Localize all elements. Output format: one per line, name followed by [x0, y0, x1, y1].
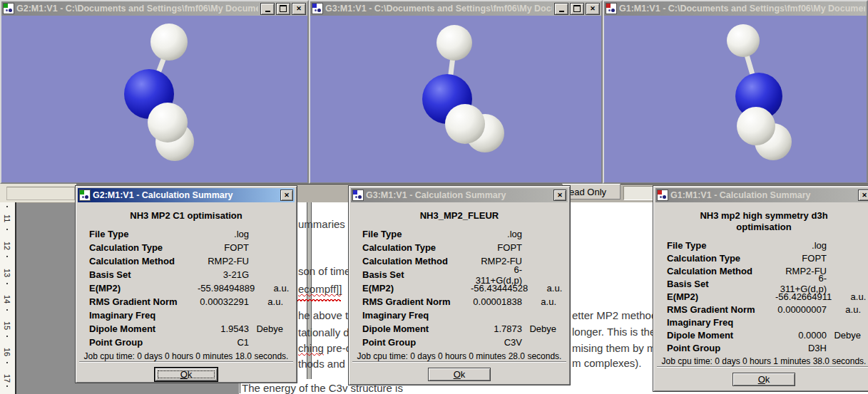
hydrogen-atom [436, 25, 472, 61]
ruler-number: 12 [3, 242, 11, 252]
row-value: .log [198, 229, 249, 239]
ruler-tick [6, 362, 8, 363]
row-value: -56.42664911 [775, 291, 832, 302]
viewer-g2-titlebar[interactable]: G2:M1:V1 - C:\Documents and Settings\fmf… [1, 1, 307, 16]
close-button[interactable]: ✕ [292, 3, 306, 15]
row-label: Point Group [89, 337, 198, 348]
row-value: 0.00000007 [775, 304, 827, 315]
row-unit: a.u. [249, 296, 283, 307]
row-value: 1.9543 [198, 323, 249, 334]
minimize-button[interactable] [554, 3, 568, 15]
close-button[interactable]: ✕ [586, 3, 600, 15]
dialog-titlebar[interactable]: G2:M1:V1 - Calculation Summary ✕ [78, 188, 295, 202]
summary-row: RMS Gradient Norm0.00001838a.u. [351, 295, 568, 309]
row-value: 1.7873 [471, 323, 522, 334]
molecule-viewport[interactable] [604, 16, 867, 182]
gaussview-app-icon [312, 3, 323, 14]
dialog-title: G3:M1:V1 - Calculation Summary [366, 190, 551, 200]
nh3-molecule [310, 16, 601, 182]
ok-button[interactable]: Ok [428, 368, 491, 381]
row-unit: Debye [522, 323, 556, 334]
row-label: File Type [362, 229, 471, 239]
row-value: 0.00001838 [471, 296, 522, 307]
close-button[interactable]: ✕ [553, 190, 566, 201]
close-button[interactable]: ✕ [280, 190, 293, 201]
row-label: Basis Set [89, 269, 198, 280]
close-button[interactable]: ✕ [858, 190, 868, 201]
summary-row: Basis Set6-311+G(d,p) [655, 277, 868, 290]
read-only-label: ead Only [569, 187, 606, 197]
window-title: G3:M1:V1 - C:\Documents and Settings\fmf… [325, 4, 552, 14]
summary-row: Calculation TypeFOPT [655, 252, 868, 264]
dialog-titlebar[interactable]: G1:M1:V1 - Calculation Summary ✕ [655, 188, 868, 202]
close-icon: ✕ [590, 5, 596, 12]
viewer-g1-titlebar[interactable]: G1:M1:V1 - C:\Documents and Settings\fmf… [604, 1, 867, 16]
summary-row: Calculation TypeFOPT [351, 241, 568, 254]
ruler-tick [6, 283, 8, 284]
viewer-window-g2: G2:M1:V1 - C:\Documents and Settings\fmf… [0, 0, 309, 184]
summary-row: Imaginary Freq [351, 309, 568, 322]
calculation-title: NH3_MP2_FLEUR [351, 210, 568, 222]
summary-row: Calculation MethodRMP2-FU [351, 254, 568, 268]
summary-row: Calculation MethodRMP2-FU [655, 264, 868, 277]
molecule-viewport[interactable] [310, 16, 601, 182]
row-value: 3-21G [198, 269, 249, 280]
nh3-molecule [604, 16, 867, 182]
summary-row: File Type.log [78, 227, 295, 241]
hydrogen-atom [150, 24, 188, 61]
molecule-viewport[interactable] [1, 16, 307, 182]
row-unit: a.u. [522, 296, 556, 307]
vertical-ruler: 11121314151617 [0, 202, 16, 394]
row-unit: a.u. [255, 283, 289, 294]
viewer-g3-titlebar[interactable]: G3:M1:V1 - C:\Documents and Settings\fmf… [310, 1, 601, 16]
summary-row: RMS Gradient Norm0.00000007a.u. [655, 303, 868, 316]
summary-row: Calculation MethodRMP2-FU [78, 254, 295, 268]
ruler-number: 17 [3, 374, 11, 384]
row-value: FOPT [471, 242, 522, 253]
calculation-title: NH3 MP2 C1 optimisation [78, 210, 295, 222]
ruler-number: 11 [3, 214, 11, 224]
calc-summary-dialog-g3: G3:M1:V1 - Calculation Summary ✕ NH3_MP2… [348, 185, 571, 385]
row-label: Imaginary Freq [362, 310, 471, 321]
row-label: RMS Gradient Norm [667, 304, 775, 315]
spellcheck-wavy-line [297, 299, 341, 302]
maximize-button[interactable] [276, 3, 290, 15]
summary-row: E(MP2)-56.42664911a.u. [655, 290, 868, 303]
separator [352, 361, 566, 363]
maximize-icon [573, 5, 581, 12]
ruler-number: 16 [3, 348, 11, 358]
separator [79, 361, 293, 363]
viewer-window-g1: G1:M1:V1 - C:\Documents and Settings\fmf… [603, 0, 868, 184]
summary-row: Point GroupD3H [655, 341, 868, 354]
dialog-title: G1:M1:V1 - Calculation Summary [670, 190, 856, 200]
word-titlebar-fragment: ead Only [562, 184, 621, 199]
ok-button[interactable]: Ok [732, 373, 795, 386]
ruler-tick [6, 336, 8, 337]
row-value: 6-311+G(d,p) [471, 264, 522, 286]
summary-row: Basis Set3-21G [78, 268, 295, 281]
minimize-button[interactable] [260, 3, 275, 15]
ok-button[interactable]: Ok [155, 368, 218, 381]
row-unit: Debye [827, 330, 861, 341]
separator [657, 366, 868, 368]
row-label: E(MP2) [667, 291, 775, 302]
ruler-number: 15 [3, 321, 11, 331]
summary-row: Imaginary Freq [78, 309, 295, 322]
row-label: Dipole Moment [667, 330, 775, 341]
ruler-tick [6, 385, 8, 387]
summary-row: Dipole Moment0.0000Debye [655, 328, 868, 341]
maximize-icon [280, 5, 287, 12]
row-label: File Type [667, 240, 775, 251]
gaussview-app-icon [79, 190, 91, 201]
window-title: G2:M1:V1 - C:\Documents and Settings\fmf… [16, 4, 258, 14]
maximize-button[interactable] [570, 3, 584, 15]
row-label: Point Group [362, 337, 471, 348]
summary-row: Point GroupC3V [351, 336, 568, 349]
summary-row: File Type.log [351, 227, 568, 241]
word-toolbar-fragment [0, 184, 76, 203]
dialog-titlebar[interactable]: G3:M1:V1 - Calculation Summary ✕ [351, 188, 568, 202]
row-value: C3V [471, 337, 522, 348]
job-cpu-time: Job cpu time: 0 days 0 hours 0 minutes 2… [351, 351, 568, 361]
row-label: Calculation Type [362, 242, 471, 253]
row-value: .log [471, 229, 522, 239]
